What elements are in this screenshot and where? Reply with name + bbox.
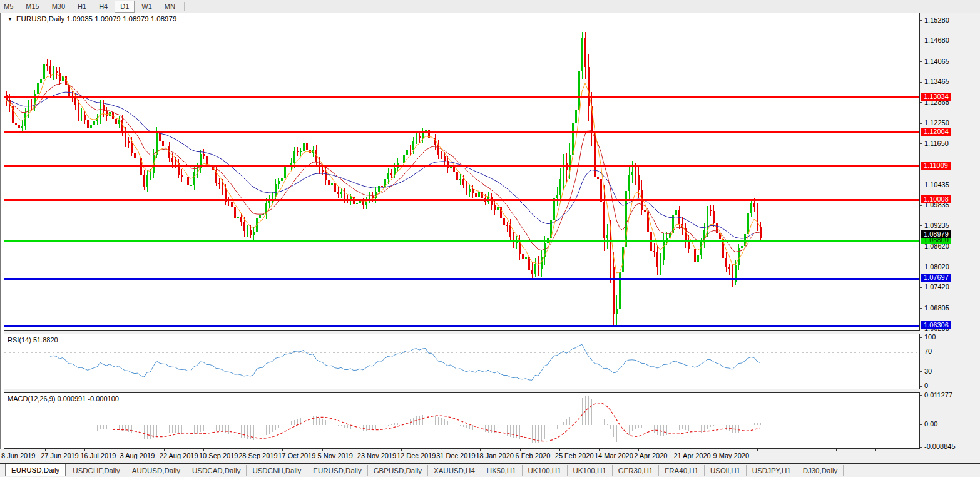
price-tag: 1.11009: [921, 162, 951, 170]
date-label: 9 May 2020: [713, 452, 749, 459]
chart-tab-4[interactable]: USDCNH,Daily: [247, 465, 307, 476]
chart-title-text: EURUSD,Daily 1.09035 1.09079 1.08979 1.0…: [16, 15, 176, 23]
main-price-panel: ▼ EURUSD,Daily 1.09035 1.09079 1.08979 1…: [4, 13, 980, 331]
date-label: 22 Aug 2019: [160, 452, 198, 459]
macd-panel: MACD(12,26,9) 0.000991 -0.000100 0.01127…: [4, 392, 980, 449]
chart-tab-11[interactable]: GER30,H1: [613, 465, 660, 476]
macd-tick-dash: [920, 395, 922, 396]
timeframe-button-h4[interactable]: H4: [93, 1, 113, 13]
rsi-tick-dash: [920, 386, 922, 387]
date-tick: [84, 449, 85, 451]
rsi-tick-label: 30: [924, 367, 932, 376]
y-tick-dash: [920, 287, 922, 288]
date-tick: [599, 449, 600, 451]
price-axis[interactable]: 1.152801.146801.140651.134651.128651.122…: [920, 13, 980, 331]
date-tick: [401, 449, 402, 451]
macd-signal-line: [113, 403, 760, 441]
date-tick: [875, 449, 876, 451]
rsi-tick-dash: [920, 371, 922, 372]
rsi-canvas[interactable]: [4, 334, 919, 389]
chart-window: ▼ EURUSD,Daily 1.09035 1.09079 1.08979 1…: [4, 13, 980, 464]
rsi-axis[interactable]: 10070300: [920, 334, 980, 389]
date-label: 25 Feb 2020: [555, 452, 594, 459]
chart-tab-12[interactable]: FRA40,H1: [659, 465, 705, 476]
timeframe-button-mn[interactable]: MN: [159, 1, 181, 13]
chart-tab-10[interactable]: UK100,H1: [568, 465, 613, 476]
symbol-dropdown-icon[interactable]: ▼: [8, 16, 13, 22]
price-tag: 1.10008: [921, 195, 951, 203]
date-label: 28 Sep 2019: [238, 452, 277, 459]
chart-tab-9[interactable]: UK100,H1: [523, 465, 568, 476]
chart-tab-3[interactable]: USDCAD,Daily: [186, 465, 247, 476]
date-axis[interactable]: 8 Jun 201927 Jun 201916 Jul 20193 Aug 20…: [0, 449, 980, 464]
chart-tab-7[interactable]: XAUUSD,H4: [428, 465, 481, 476]
date-tick: [559, 449, 560, 451]
chart-tab-13[interactable]: USOil,H1: [705, 465, 747, 476]
macd-tick-label: 0.011277: [924, 391, 952, 399]
timeframe-button-d1[interactable]: D1: [115, 1, 135, 13]
date-label: 23 Nov 2019: [357, 452, 396, 459]
rsi-label: RSI(14) 51.8820: [8, 336, 58, 344]
rsi-tick-label: 70: [924, 347, 932, 356]
price-tag: 1.06306: [921, 321, 951, 329]
timeframe-button-m30[interactable]: M30: [46, 1, 71, 13]
rsi-tick-dash: [920, 352, 922, 352]
chart-tab-15[interactable]: DJ30,Daily: [797, 465, 844, 476]
toolbar-separator: [184, 2, 185, 11]
chart-tab-0[interactable]: EURUSD,Daily: [5, 464, 66, 476]
price-tag: 1.08979: [921, 230, 951, 238]
y-tick-label: 1.09235: [924, 222, 949, 230]
date-tick: [243, 449, 243, 451]
date-label: 17 Oct 2019: [278, 452, 315, 459]
y-tick-label: 1.12250: [924, 119, 949, 127]
rsi-tick-label: 0: [924, 382, 928, 390]
date-tick: [718, 449, 718, 451]
y-tick-label: 1.06805: [924, 304, 949, 312]
y-tick-dash: [920, 143, 922, 144]
date-tick: [362, 449, 362, 451]
macd-tick-dash: [920, 424, 922, 425]
rsi-tick-label: 100: [924, 333, 936, 341]
y-tick-label: 1.11650: [924, 140, 949, 148]
y-tick-dash: [920, 102, 922, 103]
candles: [6, 32, 762, 326]
horizontal-lines: [4, 98, 919, 326]
y-tick-dash: [920, 123, 922, 124]
timeframe-button-m5[interactable]: M5: [0, 1, 19, 13]
date-label: 5 Nov 2019: [318, 452, 353, 459]
y-tick-label: 1.08020: [924, 263, 949, 271]
timeframe-button-m15[interactable]: M15: [20, 1, 44, 13]
ma-fast-line: [6, 74, 760, 273]
chart-tab-8[interactable]: HK50,H1: [481, 465, 523, 476]
price-tag: 1.07697: [921, 274, 951, 282]
date-tick: [164, 449, 165, 451]
date-label: 10 Sep 2019: [199, 452, 238, 459]
date-tick: [480, 449, 481, 451]
date-tick: [125, 449, 125, 451]
chart-tab-14[interactable]: USDJPY,H1: [747, 465, 797, 476]
date-tick: [638, 449, 639, 451]
y-tick-label: 1.13465: [924, 78, 949, 86]
date-label: 8 Jun 2019: [1, 452, 35, 459]
date-tick: [282, 449, 283, 451]
macd-canvas[interactable]: [4, 393, 919, 448]
y-tick-label: 1.14065: [924, 58, 949, 66]
macd-tick-label: 0.00: [924, 420, 937, 428]
timeframe-button-w1[interactable]: W1: [136, 1, 158, 13]
rsi-panel: RSI(14) 51.8820 10070300: [4, 334, 980, 389]
macd-axis[interactable]: 0.0112770.00-0.008845: [920, 392, 980, 449]
date-tick: [6, 449, 6, 451]
rsi-tick-dash: [920, 337, 922, 338]
main-chart-canvas[interactable]: [4, 13, 919, 330]
y-tick-dash: [920, 308, 922, 309]
timeframe-button-h1[interactable]: H1: [72, 1, 92, 13]
y-tick-label: 1.10435: [924, 181, 949, 189]
chart-tab-2[interactable]: AUDUSD,Daily: [126, 465, 186, 476]
chart-tab-1[interactable]: USDCHF,Daily: [67, 465, 126, 476]
date-tick: [797, 449, 797, 451]
chart-tab-5[interactable]: EURUSD,Daily: [307, 465, 367, 476]
date-label: 3 Aug 2019: [120, 452, 155, 459]
chart-tab-6[interactable]: GBPUSD,Daily: [368, 465, 428, 476]
date-tick: [203, 449, 204, 451]
date-label: 16 Jul 2019: [80, 452, 116, 459]
